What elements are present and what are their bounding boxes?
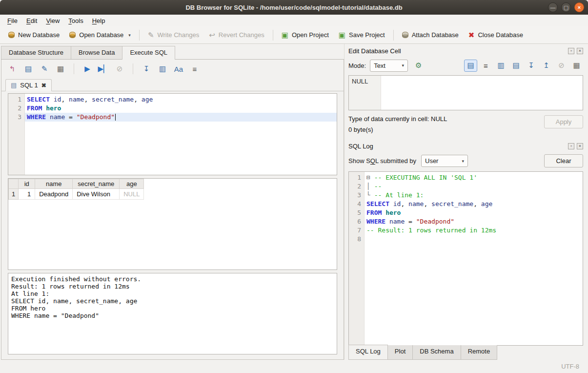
save-sql-file-icon[interactable]: ✎ bbox=[39, 63, 50, 74]
stop-icon[interactable]: ⊘ bbox=[114, 63, 125, 74]
save-project-label: Save Project bbox=[349, 31, 385, 39]
export-to-file-icon[interactable]: ↥ bbox=[540, 60, 553, 72]
clear-log-button[interactable]: Clear bbox=[544, 154, 583, 167]
sql-log-header: SQL Log ▫ × bbox=[348, 140, 583, 152]
sql-editor[interactable]: 123 SELECT id, name, secret_name, ageFRO… bbox=[8, 93, 337, 175]
open-database-icon bbox=[69, 32, 76, 38]
open-project-button[interactable]: ▣Open Project bbox=[277, 29, 333, 41]
settings-icon[interactable]: ⚙ bbox=[412, 60, 425, 72]
close-tab-icon[interactable]: ✖ bbox=[41, 82, 46, 89]
code-line: SELECT id, name, secret_name, age bbox=[365, 200, 583, 208]
copy-icon[interactable]: ▥ bbox=[494, 60, 507, 72]
bottom-tab-sql-log[interactable]: SQL Log bbox=[348, 345, 388, 360]
sql-toolbar: ↰▤✎▦▶▶▏⊘↧▥Aa≡ bbox=[1, 60, 344, 77]
tab-execute-sql[interactable]: Execute SQL bbox=[122, 46, 175, 60]
mode-select[interactable]: Text ▾ bbox=[370, 60, 408, 72]
sql-tab-label: SQL 1 bbox=[20, 82, 38, 89]
column-header-id[interactable]: id bbox=[19, 179, 35, 189]
minimize-button[interactable]: — bbox=[548, 2, 558, 12]
open-sql-file-icon[interactable]: ↰ bbox=[6, 63, 18, 74]
close-database-button[interactable]: ✖Close Database bbox=[464, 29, 527, 41]
execute-all-icon[interactable]: ▶ bbox=[81, 63, 93, 74]
log-filter-select[interactable]: User ▾ bbox=[421, 155, 468, 167]
export-results-icon[interactable]: ↧ bbox=[141, 63, 152, 74]
log-filter-value: User bbox=[425, 157, 438, 165]
sql-tab-bar: ▤ SQL 1 ✖ bbox=[1, 77, 344, 91]
code-line: FROM hero bbox=[365, 208, 583, 217]
import-from-file-icon[interactable]: ↧ bbox=[525, 60, 538, 72]
row-header[interactable]: 1 bbox=[9, 189, 19, 200]
sql-tab[interactable]: ▤ SQL 1 ✖ bbox=[5, 79, 52, 91]
cell-secret_name[interactable]: Dive Wilson bbox=[73, 189, 120, 200]
column-header-name[interactable]: name bbox=[35, 179, 73, 189]
open-sql-new-tab-icon[interactable]: ▤ bbox=[22, 63, 34, 74]
bottom-tab-bar: SQL LogPlotDB SchemaRemote bbox=[348, 345, 583, 360]
apply-button: Apply bbox=[544, 115, 583, 128]
save-project-icon: ▣ bbox=[339, 32, 345, 39]
tab-database-structure[interactable]: Database Structure bbox=[1, 46, 71, 59]
column-header-age[interactable]: age bbox=[120, 179, 144, 189]
code-line: FROM hero bbox=[25, 104, 337, 113]
attach-database-button[interactable]: Attach Database bbox=[398, 29, 463, 41]
cell-name[interactable]: Deadpond bbox=[35, 189, 73, 200]
print-icon[interactable]: ▦ bbox=[570, 60, 583, 72]
write-changes-icon: ✎ bbox=[148, 32, 154, 39]
cell-editor[interactable]: NULL bbox=[348, 75, 583, 110]
code-line: SELECT id, name, secret_name, age bbox=[25, 95, 337, 104]
sql-log-viewer[interactable]: 12345678 ⊟ -- EXECUTING ALL IN 'SQL 1'│ … bbox=[348, 171, 583, 346]
paste-icon[interactable]: ▤ bbox=[509, 60, 523, 72]
attach-database-label: Attach Database bbox=[412, 31, 459, 39]
results-area: idnamesecret_nameage11DeadpondDive Wilso… bbox=[8, 178, 337, 270]
float-panel-icon[interactable]: ▫ bbox=[568, 143, 574, 149]
corner-header[interactable] bbox=[9, 179, 19, 189]
log-gutter: 12345678 bbox=[349, 172, 365, 345]
edit-cell-toolbar: Mode: Text ▾ ⚙ ▤≡▥▤↧↥⊘▦ bbox=[348, 57, 583, 74]
code-line: WHERE name = "Deadpond" bbox=[25, 113, 337, 122]
menu-edit[interactable]: Edit bbox=[22, 16, 41, 26]
main-toolbar: New DatabaseOpen Database▾✎Write Changes… bbox=[0, 26, 588, 44]
close-panel-icon[interactable]: × bbox=[577, 143, 583, 149]
set-null-icon[interactable]: ⊘ bbox=[555, 60, 568, 72]
window-title: DB Browser for SQLite - /home/user/code/… bbox=[0, 4, 588, 11]
new-database-label: New Database bbox=[18, 31, 60, 39]
find-replace-icon[interactable]: Aa bbox=[173, 63, 184, 74]
new-database-button[interactable]: New Database bbox=[4, 29, 64, 41]
cell-value: NULL bbox=[352, 78, 368, 85]
editor-code[interactable]: SELECT id, name, secret_name, ageFROM he… bbox=[25, 94, 337, 175]
save-project-button[interactable]: ▣Save Project bbox=[334, 29, 389, 41]
edit-cell-header: Edit Database Cell ▫ × bbox=[348, 45, 583, 57]
print-sql-icon[interactable]: ▦ bbox=[55, 63, 66, 74]
open-database-label: Open Database bbox=[79, 31, 123, 39]
text-format-icon[interactable]: ▤ bbox=[464, 60, 477, 72]
execution-message: Execution finished without errors. Resul… bbox=[8, 273, 337, 354]
cell-editor-content[interactable] bbox=[381, 76, 583, 110]
bottom-tab-db-schema[interactable]: DB Schema bbox=[412, 345, 461, 360]
save-results-icon[interactable]: ▥ bbox=[157, 63, 168, 74]
code-line: │ -- bbox=[365, 182, 583, 191]
new-database-icon bbox=[8, 32, 15, 38]
cell-age[interactable]: NULL bbox=[120, 189, 144, 200]
menu-help[interactable]: Help bbox=[88, 16, 110, 26]
open-database-button[interactable]: Open Database▾ bbox=[65, 29, 135, 41]
menu-view[interactable]: View bbox=[41, 16, 64, 26]
maximize-button[interactable]: ▢ bbox=[561, 2, 571, 12]
word-wrap-icon[interactable]: ≡ bbox=[479, 60, 492, 72]
bottom-tab-remote[interactable]: Remote bbox=[461, 345, 498, 360]
column-header-secret_name[interactable]: secret_name bbox=[73, 179, 120, 189]
code-line: WHERE name = "Deadpond" bbox=[365, 217, 583, 226]
close-panel-icon[interactable]: × bbox=[577, 48, 583, 54]
edit-cell-icon-group: ▤≡▥▤↧↥⊘▦ bbox=[464, 60, 583, 72]
cell-id[interactable]: 1 bbox=[19, 189, 35, 200]
execute-current-line-icon[interactable]: ▶▏ bbox=[98, 63, 109, 74]
float-panel-icon[interactable]: ▫ bbox=[568, 48, 574, 54]
revert-changes-label: Revert Changes bbox=[219, 31, 264, 39]
cell-info-row: Type of data currently in cell: NULL 0 b… bbox=[348, 115, 583, 133]
menu-file[interactable]: File bbox=[3, 16, 22, 26]
menu-tools[interactable]: Tools bbox=[64, 16, 87, 26]
tab-browse-data[interactable]: Browse Data bbox=[71, 46, 122, 59]
chevron-down-icon: ▾ bbox=[402, 63, 405, 68]
close-button[interactable]: × bbox=[574, 2, 584, 12]
word-wrap-icon[interactable]: ≡ bbox=[189, 63, 201, 74]
bottom-tab-plot[interactable]: Plot bbox=[387, 345, 413, 360]
code-line bbox=[365, 235, 583, 244]
